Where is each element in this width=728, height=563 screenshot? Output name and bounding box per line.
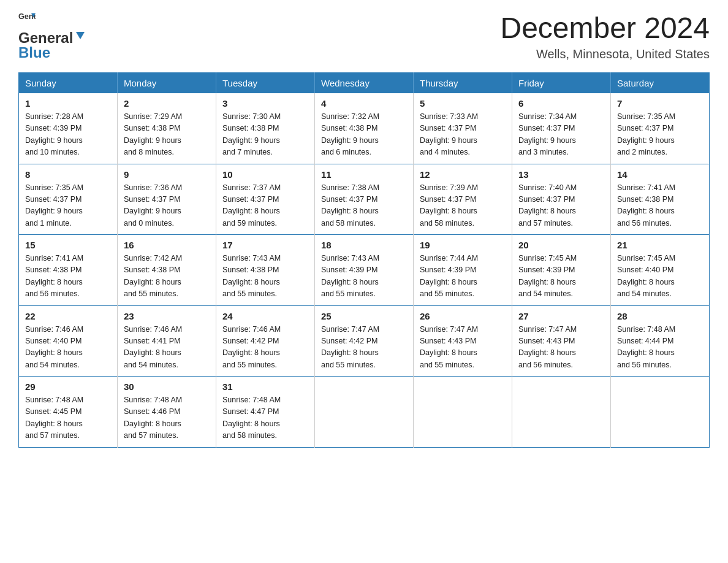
calendar-day-cell: 7 Sunrise: 7:35 AMSunset: 4:37 PMDayligh…	[611, 93, 710, 164]
day-info: Sunrise: 7:44 AMSunset: 4:39 PMDaylight:…	[420, 253, 506, 301]
col-monday: Monday	[118, 73, 216, 94]
day-number: 16	[124, 240, 210, 250]
day-number: 2	[124, 98, 210, 109]
calendar-day-cell: 14 Sunrise: 7:41 AMSunset: 4:38 PMDaylig…	[611, 164, 710, 235]
day-info: Sunrise: 7:46 AMSunset: 4:40 PMDaylight:…	[25, 324, 111, 372]
day-number: 25	[321, 311, 407, 321]
day-number: 20	[518, 240, 604, 250]
day-info: Sunrise: 7:47 AMSunset: 4:43 PMDaylight:…	[420, 324, 506, 372]
day-number: 23	[124, 311, 210, 321]
day-number: 14	[617, 169, 703, 180]
calendar-day-cell: 24 Sunrise: 7:46 AMSunset: 4:42 PMDaylig…	[216, 305, 315, 377]
day-info: Sunrise: 7:48 AMSunset: 4:44 PMDaylight:…	[617, 324, 703, 372]
title-block: December 2024 Wells, Minnesota, United S…	[500, 12, 710, 61]
calendar-day-cell: 10 Sunrise: 7:37 AMSunset: 4:37 PMDaylig…	[216, 164, 315, 235]
calendar-day-cell: 16 Sunrise: 7:42 AMSunset: 4:38 PMDaylig…	[118, 235, 216, 306]
day-info: Sunrise: 7:45 AMSunset: 4:39 PMDaylight:…	[518, 253, 604, 301]
calendar-week-row: 15 Sunrise: 7:41 AMSunset: 4:38 PMDaylig…	[19, 235, 710, 306]
day-info: Sunrise: 7:48 AMSunset: 4:46 PMDaylight:…	[124, 394, 210, 442]
day-number: 3	[222, 98, 308, 109]
day-info: Sunrise: 7:48 AMSunset: 4:47 PMDaylight:…	[222, 394, 308, 442]
day-number: 27	[518, 311, 604, 321]
calendar-week-row: 8 Sunrise: 7:35 AMSunset: 4:37 PMDayligh…	[19, 164, 710, 235]
day-number: 21	[617, 240, 703, 250]
calendar-day-cell: 12 Sunrise: 7:39 AMSunset: 4:37 PMDaylig…	[414, 164, 512, 235]
calendar-day-cell: 2 Sunrise: 7:29 AMSunset: 4:38 PMDayligh…	[118, 93, 216, 164]
day-info: Sunrise: 7:36 AMSunset: 4:37 PMDaylight:…	[124, 182, 210, 230]
day-info: Sunrise: 7:38 AMSunset: 4:37 PMDaylight:…	[321, 182, 407, 230]
calendar-day-cell: 5 Sunrise: 7:33 AMSunset: 4:37 PMDayligh…	[414, 93, 512, 164]
day-number: 17	[222, 240, 308, 250]
month-title: December 2024	[500, 12, 710, 45]
day-number: 1	[25, 98, 111, 109]
calendar-day-cell: 11 Sunrise: 7:38 AMSunset: 4:37 PMDaylig…	[315, 164, 414, 235]
location-text: Wells, Minnesota, United States	[500, 47, 710, 61]
calendar-day-cell: 31 Sunrise: 7:48 AMSunset: 4:47 PMDaylig…	[216, 377, 315, 448]
calendar-day-cell: 25 Sunrise: 7:47 AMSunset: 4:42 PMDaylig…	[315, 305, 414, 377]
col-thursday: Thursday	[414, 73, 512, 94]
day-info: Sunrise: 7:32 AMSunset: 4:38 PMDaylight:…	[321, 111, 407, 159]
col-friday: Friday	[512, 73, 611, 94]
page-header: General General Blue December 2024 Wells…	[18, 12, 710, 61]
calendar-day-cell: 17 Sunrise: 7:43 AMSunset: 4:38 PMDaylig…	[216, 235, 315, 306]
day-info: Sunrise: 7:43 AMSunset: 4:38 PMDaylight:…	[222, 253, 308, 301]
calendar-day-cell: 15 Sunrise: 7:41 AMSunset: 4:38 PMDaylig…	[19, 235, 118, 306]
calendar-day-cell: 8 Sunrise: 7:35 AMSunset: 4:37 PMDayligh…	[19, 164, 118, 235]
day-number: 11	[321, 169, 407, 180]
calendar-day-cell: 13 Sunrise: 7:40 AMSunset: 4:37 PMDaylig…	[512, 164, 611, 235]
calendar-day-cell: 27 Sunrise: 7:47 AMSunset: 4:43 PMDaylig…	[512, 305, 611, 377]
day-info: Sunrise: 7:33 AMSunset: 4:37 PMDaylight:…	[420, 111, 506, 159]
day-info: Sunrise: 7:30 AMSunset: 4:38 PMDaylight:…	[222, 111, 308, 159]
day-info: Sunrise: 7:35 AMSunset: 4:37 PMDaylight:…	[617, 111, 703, 159]
day-number: 26	[420, 311, 506, 321]
calendar-day-cell: 29 Sunrise: 7:48 AMSunset: 4:45 PMDaylig…	[19, 377, 118, 448]
day-number: 28	[617, 311, 703, 321]
calendar-day-cell	[315, 377, 414, 448]
calendar-day-cell: 22 Sunrise: 7:46 AMSunset: 4:40 PMDaylig…	[19, 305, 118, 377]
logo-arrow-icon	[74, 29, 87, 43]
day-info: Sunrise: 7:42 AMSunset: 4:38 PMDaylight:…	[124, 253, 210, 301]
day-info: Sunrise: 7:41 AMSunset: 4:38 PMDaylight:…	[617, 182, 703, 230]
day-info: Sunrise: 7:37 AMSunset: 4:37 PMDaylight:…	[222, 182, 308, 230]
day-number: 9	[124, 169, 210, 180]
col-wednesday: Wednesday	[315, 73, 414, 94]
day-info: Sunrise: 7:34 AMSunset: 4:37 PMDaylight:…	[518, 111, 604, 159]
calendar-day-cell	[512, 377, 611, 448]
day-number: 8	[25, 169, 111, 180]
day-number: 30	[124, 381, 210, 392]
col-tuesday: Tuesday	[216, 73, 315, 94]
day-info: Sunrise: 7:39 AMSunset: 4:37 PMDaylight:…	[420, 182, 506, 230]
day-number: 24	[222, 311, 308, 321]
calendar-day-cell: 21 Sunrise: 7:45 AMSunset: 4:40 PMDaylig…	[611, 235, 710, 306]
col-sunday: Sunday	[19, 73, 118, 94]
calendar-day-cell: 28 Sunrise: 7:48 AMSunset: 4:44 PMDaylig…	[611, 305, 710, 377]
day-number: 19	[420, 240, 506, 250]
day-number: 5	[420, 98, 506, 109]
day-info: Sunrise: 7:46 AMSunset: 4:42 PMDaylight:…	[222, 324, 308, 372]
calendar-day-cell: 6 Sunrise: 7:34 AMSunset: 4:37 PMDayligh…	[512, 93, 611, 164]
calendar-week-row: 22 Sunrise: 7:46 AMSunset: 4:40 PMDaylig…	[19, 305, 710, 377]
day-number: 7	[617, 98, 703, 109]
day-info: Sunrise: 7:28 AMSunset: 4:39 PMDaylight:…	[25, 111, 111, 159]
calendar-day-cell: 4 Sunrise: 7:32 AMSunset: 4:38 PMDayligh…	[315, 93, 414, 164]
day-number: 6	[518, 98, 604, 109]
calendar-day-cell: 20 Sunrise: 7:45 AMSunset: 4:39 PMDaylig…	[512, 235, 611, 306]
calendar-day-cell: 9 Sunrise: 7:36 AMSunset: 4:37 PMDayligh…	[118, 164, 216, 235]
day-info: Sunrise: 7:29 AMSunset: 4:38 PMDaylight:…	[124, 111, 210, 159]
logo: General General Blue	[18, 12, 87, 61]
day-number: 13	[518, 169, 604, 180]
calendar-day-cell: 18 Sunrise: 7:43 AMSunset: 4:39 PMDaylig…	[315, 235, 414, 306]
day-number: 31	[222, 381, 308, 392]
day-number: 10	[222, 169, 308, 180]
calendar-day-cell: 3 Sunrise: 7:30 AMSunset: 4:38 PMDayligh…	[216, 93, 315, 164]
calendar-day-cell: 26 Sunrise: 7:47 AMSunset: 4:43 PMDaylig…	[414, 305, 512, 377]
logo-text-blue: Blue	[18, 44, 87, 61]
day-info: Sunrise: 7:47 AMSunset: 4:43 PMDaylight:…	[518, 324, 604, 372]
calendar-day-cell: 1 Sunrise: 7:28 AMSunset: 4:39 PMDayligh…	[19, 93, 118, 164]
day-number: 18	[321, 240, 407, 250]
day-info: Sunrise: 7:46 AMSunset: 4:41 PMDaylight:…	[124, 324, 210, 372]
calendar-week-row: 1 Sunrise: 7:28 AMSunset: 4:39 PMDayligh…	[19, 93, 710, 164]
day-number: 15	[25, 240, 111, 250]
svg-marker-2	[76, 32, 85, 39]
day-number: 29	[25, 381, 111, 392]
